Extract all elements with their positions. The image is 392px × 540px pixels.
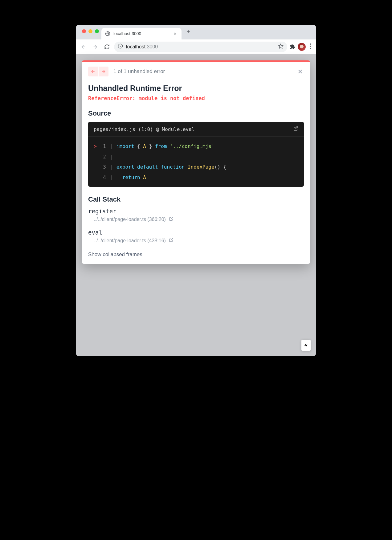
close-tab-icon[interactable] xyxy=(172,31,178,36)
prev-error-button[interactable] xyxy=(88,67,98,76)
overlay-body: Unhandled Runtime Error ReferenceError: … xyxy=(82,81,310,264)
open-in-editor-icon[interactable] xyxy=(293,126,298,132)
line-content: return A xyxy=(116,172,146,183)
line-separator: | xyxy=(106,152,116,162)
source-location: pages/index.js (1:0) @ Module.eval xyxy=(94,126,195,132)
error-title: Unhandled Runtime Error xyxy=(88,84,304,93)
tab-title: localhost:3000 xyxy=(113,31,169,36)
overlay-header: 1 of 1 unhandled error xyxy=(82,62,310,81)
browser-menu-icon[interactable] xyxy=(308,43,313,50)
close-window-button[interactable] xyxy=(82,29,86,33)
frame-name: eval xyxy=(88,229,304,236)
window-controls xyxy=(80,29,101,38)
stack-frame: register../../client/page-loader.ts (366… xyxy=(88,208,304,222)
code-line: 2| xyxy=(94,152,298,162)
line-number: 4 xyxy=(99,172,106,183)
close-overlay-icon[interactable] xyxy=(296,68,304,75)
line-marker xyxy=(94,162,99,172)
browser-tab[interactable]: localhost:3000 xyxy=(101,28,182,39)
svg-line-19 xyxy=(296,127,298,129)
page-content: 1 of 1 unhandled error Unhandled Runtime… xyxy=(76,54,316,356)
code-header: pages/index.js (1:0) @ Module.eval xyxy=(88,122,304,137)
back-button[interactable] xyxy=(79,42,88,51)
svg-line-20 xyxy=(171,217,173,219)
code-line: 4| return A xyxy=(94,172,298,183)
svg-marker-22 xyxy=(304,343,308,347)
line-number: 3 xyxy=(99,162,106,172)
line-number: 1 xyxy=(99,141,106,152)
browser-window: localhost:3000 localhost:3000 xyxy=(76,25,316,356)
line-content: export default function IndexPage() { xyxy=(116,162,226,172)
bookmark-icon[interactable] xyxy=(278,43,284,50)
frame-location-text: ../../client/page-loader.ts (438:16) xyxy=(94,238,166,243)
open-frame-icon[interactable] xyxy=(169,216,174,222)
line-number: 2 xyxy=(99,152,106,162)
svg-marker-11 xyxy=(279,44,283,48)
callstack-heading: Call Stack xyxy=(88,195,304,203)
stack-frames: register../../client/page-loader.ts (366… xyxy=(88,208,304,243)
error-message: ReferenceError: module is not defined xyxy=(88,95,304,101)
extensions-icon[interactable] xyxy=(290,44,295,50)
error-counter: 1 of 1 unhandled error xyxy=(113,68,165,75)
globe-icon xyxy=(105,31,110,36)
code-line: 3|export default function IndexPage() { xyxy=(94,162,298,172)
next-error-button[interactable] xyxy=(99,67,108,76)
source-code-block: pages/index.js (1:0) @ Module.eval >1|im… xyxy=(88,122,304,187)
url-text: localhost:3000 xyxy=(126,44,158,50)
line-marker: > xyxy=(94,141,99,152)
code-line: >1|import { A } from '../config.mjs' xyxy=(94,141,298,152)
line-separator: | xyxy=(106,162,116,172)
frame-location: ../../client/page-loader.ts (438:16) xyxy=(88,238,304,243)
svg-point-13 xyxy=(310,46,311,47)
dev-indicator[interactable] xyxy=(301,340,311,351)
line-separator: | xyxy=(106,141,116,152)
tab-bar: localhost:3000 xyxy=(76,25,316,39)
svg-point-12 xyxy=(310,43,311,45)
line-separator: | xyxy=(106,172,116,183)
address-bar[interactable]: localhost:3000 xyxy=(114,42,287,52)
reload-button[interactable] xyxy=(102,42,112,51)
browser-toolbar: localhost:3000 xyxy=(76,39,316,54)
frame-location: ../../client/page-loader.ts (366:20) xyxy=(88,216,304,222)
line-marker xyxy=(94,152,99,162)
frame-name: register xyxy=(88,208,304,215)
source-heading: Source xyxy=(88,109,304,117)
minimize-window-button[interactable] xyxy=(88,29,92,33)
line-content: import { A } from '../config.mjs' xyxy=(116,141,214,152)
frame-location-text: ../../client/page-loader.ts (366:20) xyxy=(94,217,166,222)
error-pagination xyxy=(88,67,108,76)
stack-frame: eval../../client/page-loader.ts (438:16) xyxy=(88,229,304,243)
svg-point-14 xyxy=(310,48,311,49)
show-collapsed-button[interactable]: Show collapsed frames xyxy=(88,250,304,258)
svg-line-21 xyxy=(171,238,173,240)
open-frame-icon[interactable] xyxy=(169,238,174,243)
code-lines: >1|import { A } from '../config.mjs' 2| … xyxy=(88,137,304,187)
info-icon[interactable] xyxy=(118,43,123,50)
maximize-window-button[interactable] xyxy=(95,29,99,33)
forward-button[interactable] xyxy=(91,42,100,51)
line-marker xyxy=(94,172,99,183)
profile-avatar[interactable] xyxy=(298,43,306,51)
error-overlay: 1 of 1 unhandled error Unhandled Runtime… xyxy=(82,60,310,264)
new-tab-button[interactable] xyxy=(182,28,195,39)
